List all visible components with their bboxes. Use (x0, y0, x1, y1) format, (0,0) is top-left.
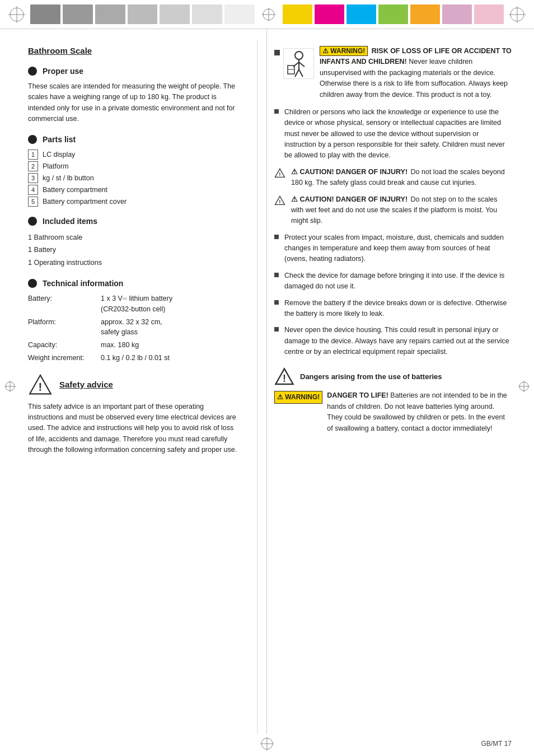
caution-triangle-2: ! (274, 195, 285, 206)
parts-item-2: 2 Platform (28, 161, 240, 171)
bullet-square-4 (274, 300, 279, 305)
bullet-text-children: Children or persons who lack the knowled… (284, 107, 512, 161)
included-items-title: Included items (43, 217, 97, 226)
top-bar-right (277, 0, 534, 29)
included-item-1: 1 Bathroom scale (28, 231, 240, 244)
reg-mark-right (518, 381, 530, 392)
technical-info-heading: Technical information (28, 279, 240, 288)
tech-label-increment: Weight increment: (28, 353, 101, 363)
parts-item-5: 5 Battery compartment cover (28, 197, 240, 207)
parts-num-5: 5 (28, 197, 38, 207)
tech-label-capacity: Capacity: (28, 340, 101, 351)
child-warning-icon (283, 48, 314, 79)
svg-line-22 (299, 69, 303, 77)
parts-label-1: LC display (43, 151, 75, 158)
safety-warning-triangle: ! (28, 374, 53, 396)
parts-num-4: 4 (28, 185, 38, 195)
parts-item-1: 1 LC display (28, 150, 240, 160)
tech-table: Battery: 1 x 3 V⎓ lithium battery(CR2032… (28, 293, 240, 363)
tech-value-capacity: max. 180 kg (101, 340, 240, 351)
bullet-dot-proper-use (28, 67, 37, 76)
color-block-gray1 (30, 4, 60, 24)
technical-info-title: Technical information (43, 279, 123, 288)
color-block-pink1 (442, 4, 472, 24)
included-items-heading: Included items (28, 217, 240, 226)
footer-text: GB/MT 17 (481, 740, 512, 748)
parts-list: 1 LC display 2 Platform 3 kg / st / lb b… (28, 150, 240, 207)
color-block-gray2 (63, 4, 93, 24)
svg-line-20 (299, 62, 305, 67)
svg-line-21 (295, 69, 299, 77)
parts-list-title: Parts list (43, 135, 76, 144)
column-divider (266, 29, 267, 734)
bullet-dot-tech (28, 279, 37, 288)
parts-label-3: kg / st / lb button (43, 174, 94, 182)
tech-label-platform: Platform: (28, 317, 101, 338)
tech-row-platform: Platform: approx. 32 x 32 cm,safety glas… (28, 317, 240, 338)
bullet-dot-included (28, 217, 37, 226)
color-block-yellow (283, 4, 312, 24)
bullet-square-1 (274, 109, 279, 114)
color-block-orange (410, 4, 440, 24)
top-warning-text: ⚠ WARNING! RISK OF LOSS OF LIFE OR ACCID… (320, 46, 512, 100)
proper-use-heading: Proper use (28, 67, 240, 76)
dangers-header: ! Dangers arising from the use of batter… (274, 367, 512, 386)
svg-text:!: ! (279, 171, 280, 177)
included-item-3: 1 Operating instructions (28, 256, 240, 269)
color-block-cyan (346, 4, 376, 24)
battery-warning-block: ⚠ WARNING! DANGER TO LIFE! Batteries are… (274, 390, 512, 434)
svg-text:!: ! (39, 381, 43, 393)
color-block-pink2 (474, 4, 504, 24)
tech-row-capacity: Capacity: max. 180 kg (28, 340, 240, 351)
bullet-item-housing: Never open the device housing. This coul… (274, 325, 512, 357)
bottom-crosshair (260, 737, 274, 750)
parts-num-2: 2 (28, 161, 38, 171)
bullet-square-warning (274, 50, 280, 55)
crosshair-right (509, 6, 526, 23)
tech-row-increment: Weight increment: 0.1 kg / 0.2 lb / 0.01… (28, 353, 240, 363)
safety-advice-header: ! Safety advice (28, 374, 240, 396)
tech-value-increment: 0.1 kg / 0.2 lb / 0.01 st (101, 353, 240, 363)
parts-num-1: 1 (28, 150, 38, 160)
parts-label-2: Platform (43, 162, 69, 170)
main-title: Bathroom Scale (28, 46, 240, 55)
safety-advice-body: This safety advice is an important part … (28, 402, 240, 456)
tech-value-battery: 1 x 3 V⎓ lithium battery(CR2032-button c… (101, 293, 240, 315)
svg-text:!: ! (283, 374, 286, 385)
tech-row-battery: Battery: 1 x 3 V⎓ lithium battery(CR2032… (28, 293, 240, 315)
parts-num-3: 3 (28, 173, 38, 183)
parts-item-4: 4 Battery compartment (28, 185, 240, 195)
reg-mark-left (4, 381, 16, 392)
parts-label-5: Battery compartment cover (43, 198, 127, 206)
included-item-2: 1 Battery (28, 244, 240, 256)
color-block-magenta (315, 4, 344, 24)
dangers-triangle: ! (274, 367, 294, 386)
caution-wet-feet: ! ⚠ CAUTION! DANGER OF INJURY! Do not st… (274, 194, 512, 227)
caution-wet-feet-text: ⚠ CAUTION! DANGER OF INJURY! Do not step… (291, 194, 512, 227)
top-warning-block: ⚠ WARNING! RISK OF LOSS OF LIFE OR ACCID… (274, 46, 512, 100)
left-column: Bathroom Scale Proper use These scales a… (0, 40, 257, 735)
caution-overload-text: ⚠ CAUTION! DANGER OF INJURY! Do not load… (291, 167, 512, 189)
bullet-dot-parts (28, 135, 37, 144)
parts-item-3: 3 kg / st / lb button (28, 173, 240, 183)
color-block-green (378, 4, 408, 24)
proper-use-title: Proper use (43, 67, 83, 76)
color-block-gray7 (224, 4, 255, 24)
top-bar-left (0, 0, 260, 29)
bullet-item-children: Children or persons who lack the knowled… (274, 107, 512, 161)
bullet-text-housing: Never open the device housing. This coul… (284, 325, 512, 357)
right-column: ⚠ WARNING! RISK OF LOSS OF LIFE OR ACCID… (257, 40, 534, 735)
color-block-gray3 (95, 4, 125, 24)
caution-overload: ! ⚠ CAUTION! DANGER OF INJURY! Do not lo… (274, 167, 512, 189)
top-bar (0, 0, 534, 29)
crosshair-left (8, 6, 25, 23)
page-wrapper: Bathroom Scale Proper use These scales a… (0, 0, 534, 756)
parts-list-heading: Parts list (28, 135, 240, 144)
bullet-item-protect: Protect your scales from impact, moistur… (274, 232, 512, 265)
bullet-square-5 (274, 327, 279, 332)
battery-danger-label: DANGER TO LIFE! (327, 391, 388, 399)
page-footer: GB/MT 17 (481, 740, 512, 748)
crosshair-center (262, 8, 275, 21)
bullet-item-damage: Check the device for damage before bring… (274, 270, 512, 292)
parts-label-4: Battery compartment (43, 186, 107, 194)
